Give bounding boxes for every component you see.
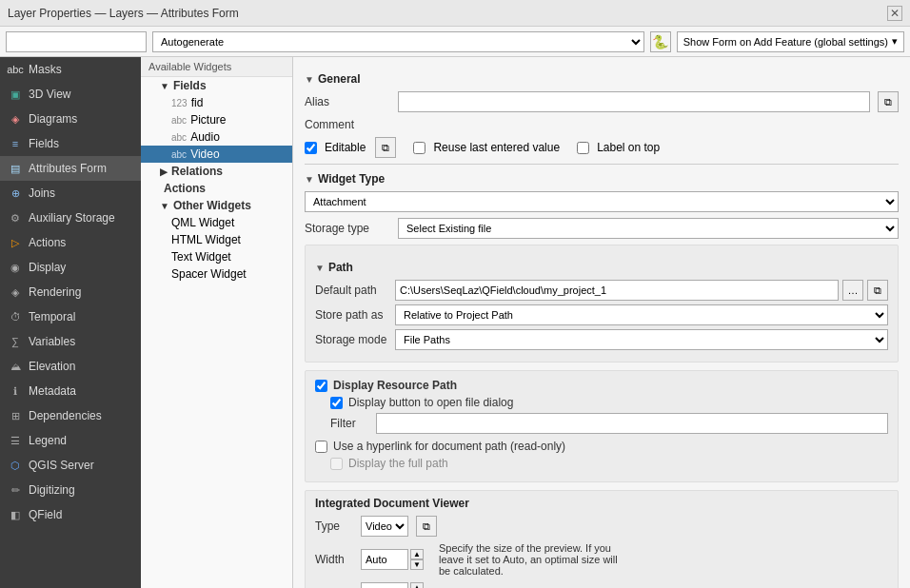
alias-input[interactable] xyxy=(398,91,870,112)
sidebar-item-label: Digitizing xyxy=(29,483,75,497)
other-widgets-group[interactable]: ▼ Other Widgets xyxy=(141,197,292,214)
sidebar-item-label: Temporal xyxy=(29,310,75,323)
sidebar-item-label: Fields xyxy=(29,137,59,150)
sidebar-item-masks[interactable]: abc Masks xyxy=(0,57,141,82)
variables-icon: ∑ xyxy=(8,334,23,349)
type-select[interactable]: Video xyxy=(361,516,408,537)
width-increment-button[interactable]: ▲ xyxy=(410,549,424,559)
sidebar-item-qgis-server[interactable]: ⬡ QGIS Server xyxy=(0,453,141,478)
python-button[interactable]: 🐍 xyxy=(650,31,671,52)
dependencies-icon: ⊞ xyxy=(8,408,23,423)
storage-type-select[interactable]: Select Existing file xyxy=(398,218,899,239)
height-row: Height ▲ ▼ xyxy=(315,582,888,588)
browse-button[interactable]: … xyxy=(842,280,863,301)
rendering-icon: ◈ xyxy=(8,284,23,300)
full-path-row: Display the full path xyxy=(330,457,888,470)
editable-checkbox[interactable] xyxy=(305,142,317,154)
comment-row: Comment xyxy=(305,118,899,131)
sidebar-item-qfield[interactable]: ◧ QField xyxy=(0,502,141,527)
sidebar: abc Masks ▣ 3D View ◈ Diagrams ≡ Fields … xyxy=(0,57,141,588)
temporal-icon: ⏱ xyxy=(8,309,23,324)
reuse-checkbox[interactable] xyxy=(413,142,425,154)
sidebar-item-auxiliary-storage[interactable]: ⚙ Auxiliary Storage xyxy=(0,206,141,230)
tree-item-html-widget[interactable]: HTML Widget xyxy=(141,231,292,248)
type-copy-button[interactable]: ⧉ xyxy=(416,516,437,537)
sidebar-item-dependencies[interactable]: ⊞ Dependencies xyxy=(0,403,141,428)
integrated-doc-viewer: Integrated Document Viewer Type Video ⧉ … xyxy=(305,490,899,588)
path-copy-button[interactable]: ⧉ xyxy=(867,280,888,301)
tree-item-audio[interactable]: abc Audio xyxy=(141,128,292,146)
sidebar-item-joins[interactable]: ⊕ Joins xyxy=(0,181,141,206)
tree-item-picture[interactable]: abc Picture xyxy=(141,111,292,128)
storage-mode-label: Storage mode xyxy=(315,333,391,346)
sidebar-item-metadata[interactable]: ℹ Metadata xyxy=(0,379,141,403)
alias-label: Alias xyxy=(305,95,390,108)
form-panel: ▼ General Alias ⧉ Comment Editable ⧉ Reu… xyxy=(293,57,910,588)
hyperlink-row: Use a hyperlink for document path (read-… xyxy=(315,440,888,453)
fields-group[interactable]: ▼ Fields xyxy=(141,77,292,94)
titlebar: Layer Properties — Layers — Attributes F… xyxy=(0,0,910,27)
sidebar-item-diagrams[interactable]: ◈ Diagrams xyxy=(0,107,141,131)
sidebar-item-variables[interactable]: ∑ Variables xyxy=(0,329,141,354)
show-form-label: Show Form on Add Feature (global setting… xyxy=(683,36,888,48)
metadata-icon: ℹ xyxy=(8,383,23,399)
display-button-checkbox[interactable] xyxy=(330,397,343,409)
sidebar-item-3dview[interactable]: ▣ 3D View xyxy=(0,82,141,107)
widget-type-title: Widget Type xyxy=(318,172,385,186)
dropdown-arrow-icon[interactable]: ▾ xyxy=(892,35,898,48)
video-type-icon: abc xyxy=(171,149,187,160)
tree-item-text-widget[interactable]: Text Widget xyxy=(141,248,292,265)
sidebar-item-attributes-form[interactable]: ▤ Attributes Form xyxy=(0,156,141,181)
storage-mode-select[interactable]: File Paths xyxy=(395,329,888,350)
height-increment-button[interactable]: ▲ xyxy=(410,582,424,588)
sidebar-item-elevation[interactable]: ⛰ Elevation xyxy=(0,354,141,379)
3dview-icon: ▣ xyxy=(8,87,23,102)
sidebar-item-actions[interactable]: ▷ Actions xyxy=(0,230,141,255)
sidebar-item-label: Legend xyxy=(29,434,67,447)
audio-type-icon: abc xyxy=(171,132,187,143)
hyperlink-label: Use a hyperlink for document path (read-… xyxy=(333,440,565,453)
sidebar-item-label: Display xyxy=(29,261,66,274)
store-path-select[interactable]: Relative to Project Path xyxy=(395,304,888,325)
autogenerate-select[interactable]: Autogenerate xyxy=(152,31,644,52)
sidebar-item-fields[interactable]: ≡ Fields xyxy=(0,131,141,156)
sidebar-item-label: Rendering xyxy=(29,285,81,299)
sidebar-item-digitizing[interactable]: ✏ Digitizing xyxy=(0,478,141,502)
hyperlink-checkbox[interactable] xyxy=(315,441,327,453)
sidebar-item-label: Attributes Form xyxy=(29,162,107,175)
width-decrement-button[interactable]: ▼ xyxy=(410,559,424,570)
tree-item-qml-widget[interactable]: QML Widget xyxy=(141,214,292,231)
relations-group[interactable]: ▶ Relations xyxy=(141,163,292,180)
sidebar-item-display[interactable]: ◉ Display xyxy=(0,255,141,280)
close-button[interactable]: ✕ xyxy=(887,6,902,21)
top-toolbar: Autogenerate 🐍 Show Form on Add Feature … xyxy=(0,27,910,57)
height-input[interactable] xyxy=(361,582,408,588)
widget-type-select[interactable]: Attachment xyxy=(305,191,899,212)
search-input[interactable] xyxy=(6,31,147,52)
label-on-top-checkbox[interactable] xyxy=(577,142,589,154)
tree-item-spacer-widget[interactable]: Spacer Widget xyxy=(141,265,292,283)
filter-row: Filter xyxy=(330,413,888,434)
expand-arrow-icon: ▶ xyxy=(160,167,168,177)
default-path-row: Default path … ⧉ xyxy=(315,280,888,301)
sidebar-item-legend[interactable]: ☰ Legend xyxy=(0,428,141,453)
width-input[interactable] xyxy=(361,549,408,570)
full-path-checkbox[interactable] xyxy=(330,458,343,470)
main-layout: abc Masks ▣ 3D View ◈ Diagrams ≡ Fields … xyxy=(0,57,910,588)
sidebar-item-temporal[interactable]: ⏱ Temporal xyxy=(0,304,141,329)
editable-copy-button[interactable]: ⧉ xyxy=(375,137,396,158)
sidebar-item-label: Masks xyxy=(29,63,62,76)
alias-copy-button[interactable]: ⧉ xyxy=(878,91,899,112)
general-section-header: ▼ General xyxy=(305,72,899,86)
sidebar-item-rendering[interactable]: ◈ Rendering xyxy=(0,280,141,304)
tree-item-fid[interactable]: 123 fid xyxy=(141,94,292,111)
default-path-input[interactable] xyxy=(395,280,839,301)
actions-group[interactable]: Actions xyxy=(141,180,292,197)
tree-item-video[interactable]: abc Video xyxy=(141,146,292,163)
label-on-top-label: Label on top xyxy=(597,141,660,154)
digitizing-icon: ✏ xyxy=(8,482,23,498)
filter-input[interactable] xyxy=(376,413,888,434)
fields-icon: ≡ xyxy=(8,136,23,151)
size-description: Specify the size of the preview. If you … xyxy=(439,542,629,577)
display-resource-checkbox[interactable] xyxy=(315,380,327,392)
